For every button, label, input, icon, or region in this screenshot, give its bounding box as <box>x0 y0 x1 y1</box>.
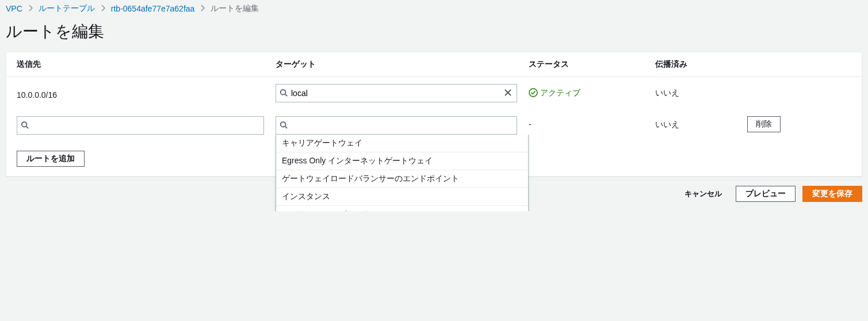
page-title: ルートを編集 <box>0 16 868 52</box>
chevron-right-icon <box>200 4 205 13</box>
dropdown-item[interactable]: キャリアゲートウェイ <box>276 135 528 152</box>
svg-line-6 <box>26 126 29 128</box>
dropdown-item[interactable]: Egress Only インターネットゲートウェイ <box>276 152 528 170</box>
delete-button[interactable]: 削除 <box>747 116 781 132</box>
table-row: キャリアゲートウェイEgress Only インターネットゲートウェイゲートウェ… <box>6 109 862 142</box>
breadcrumb-vpc[interactable]: VPC <box>6 4 22 13</box>
destination-input[interactable] <box>29 121 260 130</box>
check-circle-icon <box>529 88 538 99</box>
header-target: ターゲット <box>276 59 529 70</box>
breadcrumb-route-tables[interactable]: ルートテーブル <box>39 3 95 14</box>
propagated-value: いいえ <box>655 116 747 130</box>
search-icon <box>21 121 29 131</box>
breadcrumb-current: ルートを編集 <box>211 3 259 14</box>
destination-value: 10.0.0.0/16 <box>17 87 276 100</box>
target-input[interactable] <box>288 89 503 98</box>
target-input-wrap[interactable] <box>276 84 517 102</box>
add-route-button[interactable]: ルートを追加 <box>17 151 85 167</box>
preview-button[interactable]: プレビュー <box>736 186 796 202</box>
breadcrumb-rtb-id[interactable]: rtb-0654afe77e7a62faa <box>111 4 195 13</box>
save-button[interactable]: 変更を保存 <box>802 186 862 202</box>
cancel-button[interactable]: キャンセル <box>678 186 729 201</box>
status-text: - <box>529 116 655 129</box>
svg-point-7 <box>281 121 286 127</box>
dropdown-item[interactable]: インターネットゲートウェイ <box>276 205 528 211</box>
status-text: アクティブ <box>540 88 580 98</box>
destination-input-wrap[interactable] <box>17 116 264 135</box>
chevron-right-icon <box>28 4 33 13</box>
routes-panel: 送信先 ターゲット ステータス 伝播済み 10.0.0.0/16 <box>6 52 862 177</box>
header-status: ステータス <box>529 59 655 70</box>
chevron-right-icon <box>101 4 105 13</box>
header-destination: 送信先 <box>17 59 276 70</box>
status-badge: アクティブ <box>529 88 580 99</box>
clear-icon[interactable] <box>503 87 513 100</box>
dropdown-item[interactable]: ゲートウェイロードバランサーのエンドポイント <box>276 170 528 188</box>
target-input-wrap[interactable] <box>276 116 517 135</box>
svg-line-8 <box>285 126 288 128</box>
header-propagated: 伝播済み <box>655 59 747 70</box>
svg-point-4 <box>529 89 537 97</box>
dropdown-item[interactable]: インスタンス <box>276 188 528 205</box>
search-icon <box>280 89 288 98</box>
svg-line-1 <box>285 94 288 96</box>
table-header-row: 送信先 ターゲット ステータス 伝播済み <box>6 52 862 77</box>
propagated-value: いいえ <box>655 88 747 98</box>
table-row: 10.0.0.0/16 アクティブ いいえ <box>6 77 862 109</box>
target-input[interactable] <box>288 121 513 130</box>
svg-point-5 <box>22 121 27 127</box>
breadcrumb: VPC ルートテーブル rtb-0654afe77e7a62faa ルートを編集 <box>0 0 868 16</box>
svg-point-0 <box>281 89 286 94</box>
target-dropdown: キャリアゲートウェイEgress Only インターネットゲートウェイゲートウェ… <box>276 135 529 211</box>
search-icon <box>280 121 288 131</box>
